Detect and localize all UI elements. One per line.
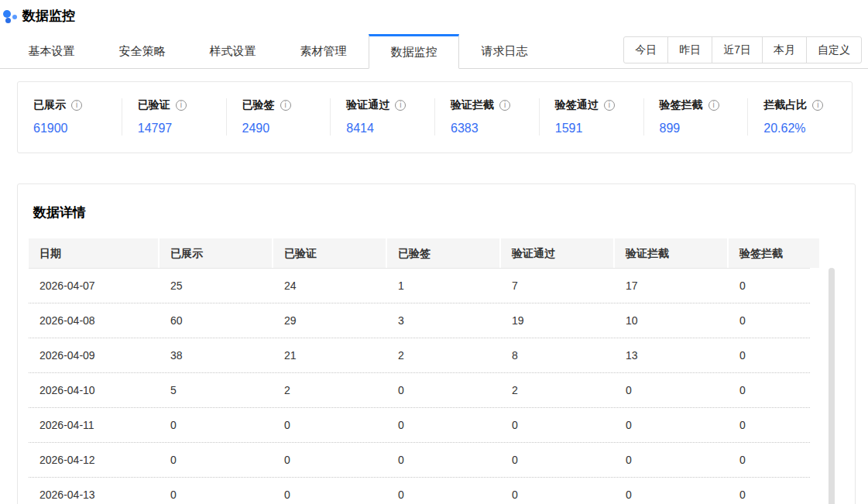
table-header-row: 日期已展示已验证已验签验证通过验证拦截验签拦截 [29, 238, 810, 269]
table-cell: 0 [729, 443, 819, 477]
column-header: 已验签 [387, 238, 499, 268]
table-scrollbar-thumb[interactable] [829, 268, 835, 504]
date-cell: 2026-04-11 [29, 408, 158, 442]
date-cell: 2026-04-13 [29, 478, 158, 504]
table-scrollbar[interactable] [829, 268, 835, 504]
table-cell: 0 [615, 443, 727, 477]
stat-shown: 已展示i61900 [18, 98, 122, 135]
column-header: 验签拦截 [729, 238, 819, 268]
table-cell: 0 [501, 408, 613, 442]
table-cell: 8 [501, 338, 613, 372]
stat-label-row: 拦截占比i [763, 98, 852, 112]
column-header: 验证拦截 [615, 238, 727, 268]
table-cell: 13 [615, 338, 727, 372]
date-filter-month[interactable]: 本月 [762, 36, 807, 63]
tab-style-settings[interactable]: 样式设置 [187, 34, 278, 69]
stat-verify-pass: 验证通过i8414 [330, 98, 434, 135]
table-cell: 0 [387, 478, 499, 504]
stat-label: 已验签 [242, 98, 275, 112]
info-icon[interactable]: i [708, 100, 719, 111]
page-header: 数据监控 [0, 0, 868, 25]
stat-label-row: 已验签i [242, 98, 331, 112]
table-row: 2026-04-13000000 [29, 478, 810, 504]
stat-value: 899 [660, 122, 748, 135]
table-cell: 0 [273, 408, 386, 442]
tab-request-log[interactable]: 请求日志 [459, 34, 550, 69]
date-cell: 2026-04-10 [29, 373, 158, 407]
info-icon[interactable]: i [71, 100, 82, 111]
info-icon[interactable]: i [604, 100, 615, 111]
table-cell: 0 [273, 443, 386, 477]
info-icon[interactable]: i [812, 100, 823, 111]
stat-label-row: 验签通过i [555, 98, 643, 112]
stat-verify-block: 验证拦截i6383 [434, 98, 539, 135]
table-cell: 60 [160, 303, 272, 338]
tab-material-manage[interactable]: 素材管理 [278, 34, 369, 69]
table-cell: 3 [387, 303, 499, 338]
table-cell: 7 [501, 269, 613, 303]
table-cell: 0 [160, 478, 272, 504]
stat-value: 1591 [555, 122, 643, 135]
table-cell: 0 [729, 408, 819, 442]
table-cell: 21 [273, 338, 386, 372]
stat-label: 验签通过 [555, 98, 599, 112]
date-cell: 2026-04-09 [29, 338, 158, 372]
table-cell: 0 [273, 478, 386, 504]
date-filter-last7days[interactable]: 近7日 [712, 36, 763, 63]
date-filter-today[interactable]: 今日 [623, 36, 668, 63]
stat-label-row: 验证拦截i [451, 98, 539, 112]
table-cell: 17 [615, 269, 727, 303]
date-range-button-group: 今日昨日近7日本月自定义 [623, 36, 862, 63]
info-icon[interactable]: i [499, 100, 510, 111]
stats-summary-card: 已展示i61900已验证i14797已验签i2490验证通过i8414验证拦截i… [17, 81, 853, 153]
column-header: 已验证 [273, 238, 386, 268]
table-cell: 38 [160, 338, 272, 372]
table-cell: 0 [501, 443, 613, 477]
stat-value: 61900 [33, 122, 122, 135]
table-cell: 29 [273, 303, 386, 338]
table-cell: 0 [615, 408, 727, 442]
table-body: 2026-04-072524171702026-04-0860293191002… [18, 269, 855, 504]
date-filter-custom[interactable]: 自定义 [806, 36, 862, 63]
tab-security-policy[interactable]: 安全策略 [97, 34, 187, 69]
info-icon[interactable]: i [395, 100, 406, 111]
table-cell: 0 [387, 373, 499, 407]
table-cell: 2 [387, 338, 499, 372]
app-logo-icon [2, 9, 17, 23]
table-cell: 2 [273, 373, 386, 407]
table-cell: 0 [387, 443, 499, 477]
date-cell: 2026-04-08 [29, 303, 158, 338]
table-cell: 0 [729, 338, 819, 372]
info-icon[interactable]: i [280, 100, 291, 111]
table-cell: 25 [160, 269, 272, 303]
table-cell: 24 [273, 269, 386, 303]
table-cell: 0 [387, 408, 499, 442]
info-icon[interactable]: i [176, 100, 187, 111]
stat-sign-block: 验签拦截i899 [643, 98, 748, 135]
table-row: 2026-04-09382128130 [29, 338, 810, 373]
table-cell: 0 [615, 478, 727, 504]
stat-label: 验证通过 [346, 98, 389, 112]
column-header: 日期 [29, 238, 158, 268]
tab-bar: 基本设置安全策略样式设置素材管理数据监控请求日志 今日昨日近7日本月自定义 [0, 33, 868, 69]
tab-data-monitor[interactable]: 数据监控 [369, 34, 459, 69]
stat-label: 已验证 [138, 98, 170, 112]
date-filter-yesterday[interactable]: 昨日 [667, 36, 712, 63]
stat-signed: 已验签i2490 [226, 98, 331, 135]
stat-label: 验证拦截 [451, 98, 494, 112]
stat-value: 20.62% [763, 122, 852, 135]
table-row: 2026-04-086029319100 [29, 303, 810, 338]
stat-label-row: 验证通过i [346, 98, 434, 112]
stat-label-row: 已验证i [138, 98, 226, 112]
stat-verified: 已验证i14797 [122, 98, 226, 135]
section-title: 数据详情 [33, 204, 855, 221]
table-cell: 1 [387, 269, 499, 303]
table-cell: 5 [160, 373, 272, 407]
tab-basic-settings[interactable]: 基本设置 [6, 34, 97, 69]
table-cell: 10 [615, 303, 727, 338]
stat-value: 6383 [451, 122, 539, 135]
stat-label: 拦截占比 [763, 98, 807, 112]
stat-label: 已展示 [33, 98, 66, 112]
table-cell: 0 [615, 373, 727, 407]
stat-value: 2490 [242, 122, 331, 135]
